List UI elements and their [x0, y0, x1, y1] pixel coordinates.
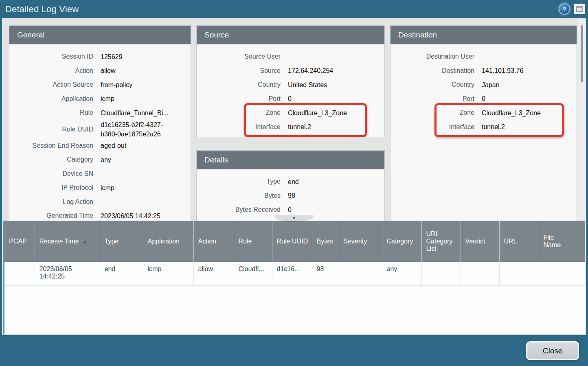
column-label: Receive Time [39, 238, 79, 245]
row-category: Categoryany [9, 153, 191, 167]
field-label: Destination [391, 66, 474, 75]
field-label: Interface [197, 123, 281, 131]
cell-file-name [539, 262, 585, 285]
destination-panel-header: Destination [391, 26, 577, 44]
field-value: aged-out [101, 141, 191, 150]
field-label: Zone [197, 108, 281, 117]
row-destination-user: Destination User [391, 50, 577, 64]
field-value: Cloudflare_L3_Zone [482, 108, 577, 118]
row-destination: Destination141.101.93.76 [391, 64, 577, 78]
column-label: File Name [544, 234, 561, 248]
cell-url-category-list [421, 262, 461, 285]
field-label: Destination User [391, 52, 474, 61]
cell-application: icmp [143, 262, 193, 285]
col-pcap[interactable]: PCAP [4, 221, 35, 262]
field-label: Bytes [197, 191, 281, 200]
column-label: Rule UUID [277, 238, 308, 245]
details-panel-header: Details [197, 151, 384, 169]
col-type[interactable]: Type [100, 221, 143, 262]
col-receive-time[interactable]: Receive Time▲ [35, 221, 100, 262]
help-icon[interactable]: ? [559, 3, 570, 15]
col-rule[interactable]: Rule [234, 221, 272, 262]
row-bytes-received: Bytes Received0 [197, 203, 384, 217]
field-label: Country [197, 80, 281, 89]
scrollbar-thumb[interactable] [581, 25, 583, 82]
log-row[interactable]: 2023/06/05 14:42:25 end icmp allow Cloud… [4, 262, 585, 285]
row-session-end-reason: Session End Reasonaged-out [9, 139, 191, 153]
table-header-row: PCAP Receive Time▲ Type Application Acti… [4, 221, 585, 262]
close-button[interactable]: Close [526, 341, 579, 360]
row-port: Port0 [391, 92, 577, 106]
cell-rule-uuid: d1c16... [272, 262, 312, 285]
row-interface: Interfacetunnel.2 [391, 120, 577, 134]
row-country: CountryUnited States [197, 78, 384, 92]
field-label: Category [9, 155, 93, 164]
field-label: Application [9, 94, 93, 103]
col-rule-uuid[interactable]: Rule UUID [272, 221, 312, 262]
column-label: URL [504, 238, 517, 245]
column-label: PCAP [9, 238, 27, 245]
cell-severity [339, 262, 382, 285]
field-label: Device SN [9, 169, 93, 178]
column-label: URL Category List [426, 230, 453, 252]
column-label: Category [387, 238, 413, 245]
row-session-id: Session ID125629 [9, 50, 191, 64]
field-label: Type [197, 177, 281, 186]
vertical-scrollbar[interactable] [578, 19, 586, 220]
col-verdict[interactable]: Verdict [461, 221, 499, 262]
field-value: allow [101, 66, 191, 75]
col-category[interactable]: Category [382, 221, 421, 262]
field-label: Session End Reason [9, 141, 93, 150]
field-value: tunnel.2 [482, 122, 577, 131]
row-bytes: Bytes98 [197, 189, 384, 203]
col-application[interactable]: Application [143, 221, 193, 262]
column-label: Rule [239, 238, 252, 245]
cell-pcap [4, 262, 35, 285]
column-label: Application [148, 238, 180, 245]
col-url-category-list[interactable]: URL Category List [421, 221, 461, 262]
log-table-pane: PCAP Receive Time▲ Type Application Acti… [3, 221, 585, 335]
field-label: Port [197, 94, 281, 103]
field-label: Log Action [9, 197, 93, 206]
cell-category: any [382, 262, 421, 285]
row-source: Source172.64.240.254 [197, 64, 384, 78]
help-glyph: ? [562, 6, 566, 13]
field-value: d1c16235-b2f2-4327- b380-0ae1875e2a26 [101, 120, 191, 139]
source-panel-header: Source [197, 26, 384, 44]
row-country: CountryJapan [391, 78, 577, 92]
field-label: Zone [391, 108, 474, 117]
field-value: Japan [482, 80, 577, 90]
col-severity[interactable]: Severity [339, 221, 382, 262]
column-label: Severity [344, 238, 367, 245]
row-zone: ZoneCloudflare_L3_Zone [197, 106, 384, 120]
field-value: tunnel.2 [288, 122, 384, 131]
detailed-log-view-dialog: { "window": { "title": "Detailed Log Vie… [0, 0, 588, 366]
col-bytes[interactable]: Bytes [312, 221, 339, 262]
field-value: Cloudflare_L3_Zone [288, 108, 384, 118]
field-label: Bytes Received [197, 205, 281, 214]
details-panel: Details Typeend Bytes98 Bytes Received0 [196, 150, 385, 226]
column-label: Verdict [465, 238, 485, 245]
field-label: Port [391, 94, 474, 103]
field-value: icmp [101, 94, 191, 103]
col-file-name[interactable]: File Name [539, 221, 585, 262]
general-panel-header: General [9, 26, 191, 44]
column-label: Type [105, 238, 119, 245]
cell-bytes: 98 [312, 262, 339, 285]
row-action-source: Action Sourcefrom-policy [9, 78, 191, 92]
col-url[interactable]: URL [499, 221, 539, 262]
column-label: Action [198, 238, 216, 245]
col-action[interactable]: Action [193, 221, 234, 262]
column-label: Bytes [317, 238, 333, 245]
field-value: Cloudflare_Tunnel_Bi... [101, 108, 191, 118]
field-value: end [288, 177, 384, 186]
log-table: PCAP Receive Time▲ Type Application Acti… [4, 221, 585, 286]
field-value: 125629 [101, 52, 191, 61]
row-port: Port0 [197, 92, 384, 106]
field-value: 0 [288, 94, 384, 103]
window-restore-icon[interactable] [574, 4, 585, 14]
field-label: Action Source [9, 80, 93, 89]
row-interface: Interfacetunnel.2 [197, 120, 384, 134]
field-label: Source [197, 66, 281, 75]
cell-rule: Cloudfl... [234, 262, 272, 285]
